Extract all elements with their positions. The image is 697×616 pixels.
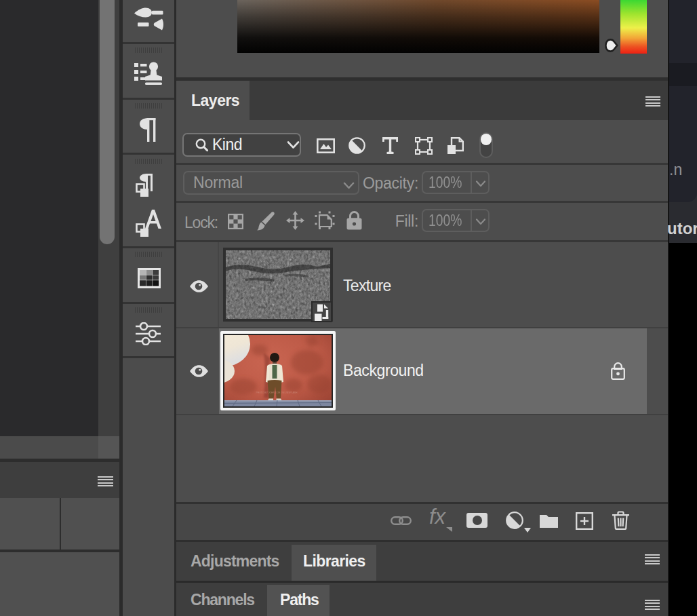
svg-text:PHOTO BY JOHN DOE ON UNSPLASH: PHOTO BY JOHN DOE ON UNSPLASH: [256, 391, 298, 394]
